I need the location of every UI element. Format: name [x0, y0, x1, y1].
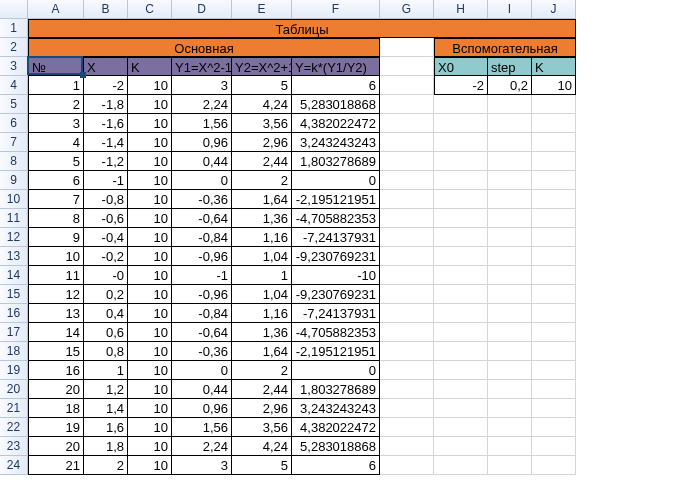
main-r10-c6[interactable]: -10 [292, 266, 380, 285]
main-header-6[interactable]: Y=k*(Y1/Y2) [292, 57, 380, 76]
row-header-6[interactable]: 6 [0, 114, 28, 133]
cell-H21[interactable] [434, 399, 488, 418]
select-all-corner[interactable] [0, 0, 28, 19]
main-r13-c4[interactable]: -0,64 [172, 323, 232, 342]
cell-J20[interactable] [532, 380, 576, 399]
cell-J17[interactable] [532, 323, 576, 342]
main-r2-c1[interactable]: 3 [28, 114, 84, 133]
main-r7-c6[interactable]: -4,705882353 [292, 209, 380, 228]
main-r20-c2[interactable]: 2 [84, 456, 128, 475]
row-header-19[interactable]: 19 [0, 361, 28, 380]
row-header-23[interactable]: 23 [0, 437, 28, 456]
main-r11-c3[interactable]: 10 [128, 285, 172, 304]
cell-I5[interactable] [488, 95, 532, 114]
main-r3-c3[interactable]: 10 [128, 133, 172, 152]
cell-G19[interactable] [380, 361, 434, 380]
cell-G23[interactable] [380, 437, 434, 456]
cell-J13[interactable] [532, 247, 576, 266]
cell-J9[interactable] [532, 171, 576, 190]
main-r11-c1[interactable]: 12 [28, 285, 84, 304]
main-r8-c4[interactable]: -0,84 [172, 228, 232, 247]
cell-G18[interactable] [380, 342, 434, 361]
title-cell[interactable]: Таблицы [28, 19, 576, 38]
cell-I12[interactable] [488, 228, 532, 247]
main-r14-c4[interactable]: -0,36 [172, 342, 232, 361]
main-r14-c5[interactable]: 1,64 [232, 342, 292, 361]
cell-J19[interactable] [532, 361, 576, 380]
aux-header-0[interactable]: X0 [434, 57, 488, 76]
main-r1-c2[interactable]: -1,8 [84, 95, 128, 114]
cell-I20[interactable] [488, 380, 532, 399]
main-r17-c5[interactable]: 2,96 [232, 399, 292, 418]
main-r16-c5[interactable]: 2,44 [232, 380, 292, 399]
main-r18-c3[interactable]: 10 [128, 418, 172, 437]
main-r7-c2[interactable]: -0,6 [84, 209, 128, 228]
main-r7-c3[interactable]: 10 [128, 209, 172, 228]
main-r9-c5[interactable]: 1,04 [232, 247, 292, 266]
section-right[interactable]: Вспомогательная [434, 38, 576, 57]
row-header-10[interactable]: 10 [0, 190, 28, 209]
cell-H13[interactable] [434, 247, 488, 266]
row-header-4[interactable]: 4 [0, 76, 28, 95]
main-r16-c6[interactable]: 1,803278689 [292, 380, 380, 399]
cell-I8[interactable] [488, 152, 532, 171]
cell-J23[interactable] [532, 437, 576, 456]
cell-J5[interactable] [532, 95, 576, 114]
cell-H8[interactable] [434, 152, 488, 171]
main-r0-c1[interactable]: 1 [28, 76, 84, 95]
main-r1-c4[interactable]: 2,24 [172, 95, 232, 114]
main-r6-c2[interactable]: -0,8 [84, 190, 128, 209]
cell-G15[interactable] [380, 285, 434, 304]
main-r14-c1[interactable]: 15 [28, 342, 84, 361]
cell-G20[interactable] [380, 380, 434, 399]
row-header-21[interactable]: 21 [0, 399, 28, 418]
main-r6-c6[interactable]: -2,195121951 [292, 190, 380, 209]
main-r20-c3[interactable]: 10 [128, 456, 172, 475]
main-r7-c1[interactable]: 8 [28, 209, 84, 228]
main-r4-c5[interactable]: 2,44 [232, 152, 292, 171]
main-r16-c2[interactable]: 1,2 [84, 380, 128, 399]
main-r15-c1[interactable]: 16 [28, 361, 84, 380]
main-r10-c4[interactable]: -1 [172, 266, 232, 285]
row-header-22[interactable]: 22 [0, 418, 28, 437]
cell-H10[interactable] [434, 190, 488, 209]
row-header-24[interactable]: 24 [0, 456, 28, 475]
cell-H18[interactable] [434, 342, 488, 361]
main-r5-c6[interactable]: 0 [292, 171, 380, 190]
main-r9-c1[interactable]: 10 [28, 247, 84, 266]
aux-header-2[interactable]: K [532, 57, 576, 76]
cell-I16[interactable] [488, 304, 532, 323]
main-r17-c6[interactable]: 3,243243243 [292, 399, 380, 418]
row-header-14[interactable]: 14 [0, 266, 28, 285]
main-r3-c5[interactable]: 2,96 [232, 133, 292, 152]
row-header-16[interactable]: 16 [0, 304, 28, 323]
col-header-F[interactable]: F [292, 0, 380, 19]
cell-H11[interactable] [434, 209, 488, 228]
cell-G7[interactable] [380, 133, 434, 152]
cell-I15[interactable] [488, 285, 532, 304]
cell-I19[interactable] [488, 361, 532, 380]
main-r4-c6[interactable]: 1,803278689 [292, 152, 380, 171]
row-header-11[interactable]: 11 [0, 209, 28, 228]
main-r3-c4[interactable]: 0,96 [172, 133, 232, 152]
main-r10-c3[interactable]: 10 [128, 266, 172, 285]
main-r4-c2[interactable]: -1,2 [84, 152, 128, 171]
main-r9-c6[interactable]: -9,230769231 [292, 247, 380, 266]
cell-H9[interactable] [434, 171, 488, 190]
main-r16-c4[interactable]: 0,44 [172, 380, 232, 399]
cell-J12[interactable] [532, 228, 576, 247]
main-r20-c5[interactable]: 5 [232, 456, 292, 475]
cell-J22[interactable] [532, 418, 576, 437]
cell-G5[interactable] [380, 95, 434, 114]
col-header-A[interactable]: A [28, 0, 84, 19]
main-r13-c3[interactable]: 10 [128, 323, 172, 342]
cell-J16[interactable] [532, 304, 576, 323]
cell-H12[interactable] [434, 228, 488, 247]
main-r19-c6[interactable]: 5,283018868 [292, 437, 380, 456]
main-r5-c4[interactable]: 0 [172, 171, 232, 190]
main-r14-c6[interactable]: -2,195121951 [292, 342, 380, 361]
cell-H16[interactable] [434, 304, 488, 323]
main-r15-c5[interactable]: 2 [232, 361, 292, 380]
main-r6-c4[interactable]: -0,36 [172, 190, 232, 209]
main-r16-c1[interactable]: 20 [28, 380, 84, 399]
